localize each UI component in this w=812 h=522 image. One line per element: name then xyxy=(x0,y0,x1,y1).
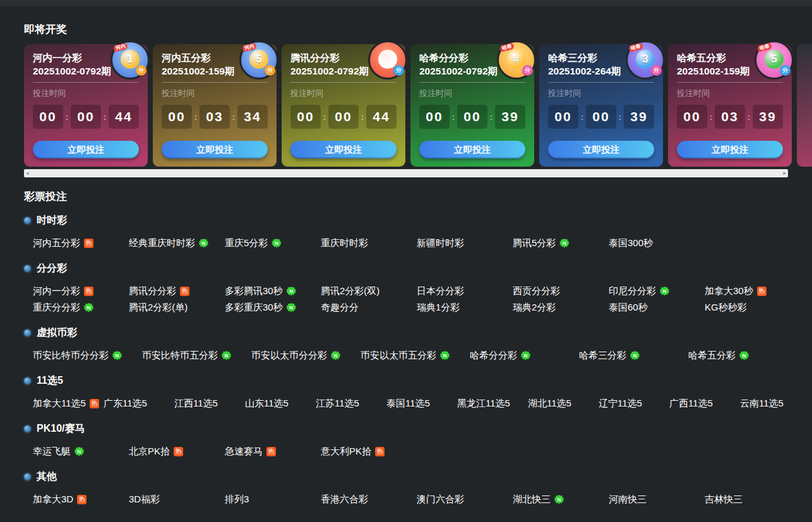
new-badge-icon: N xyxy=(222,351,231,360)
icon-ball: # xyxy=(507,50,526,69)
countdown-seconds: 39 xyxy=(753,105,783,129)
page-content: 即将开奖 河内一分彩20251002-0792期河内1分投注时间00:00:44… xyxy=(0,23,812,507)
game-link[interactable]: 币安比特币分分彩N xyxy=(33,350,142,362)
countdown-minutes: 00 xyxy=(328,105,359,129)
countdown-separator: : xyxy=(578,112,586,122)
game-link[interactable]: 黑龙江11选5 xyxy=(457,398,528,410)
scroll-right-icon[interactable]: ▸ xyxy=(783,169,786,177)
countdown-seconds: 44 xyxy=(366,105,397,129)
game-link[interactable]: 加拿大3D热 xyxy=(33,494,129,506)
bet-now-button[interactable]: 立即投注 xyxy=(162,141,268,158)
game-link[interactable]: 重庆5分彩N xyxy=(225,237,321,249)
game-link[interactable]: 腾讯2分彩(双) xyxy=(321,285,417,297)
game-link[interactable]: 瑞典1分彩 xyxy=(417,302,513,314)
scroll-left-icon[interactable]: ◂ xyxy=(26,169,29,177)
game-link[interactable]: 哈希三分彩N xyxy=(579,350,688,362)
lottery-card[interactable]: 哈希三分彩20251002-264期哈希3分投注时间00:00:39立即投注 xyxy=(539,44,663,167)
category-bullet-icon xyxy=(24,217,31,224)
game-link[interactable]: 广东11选5 xyxy=(104,398,174,410)
game-link[interactable]: 重庆时时彩 xyxy=(321,237,417,249)
hot-badge-icon: 热 xyxy=(84,287,93,296)
game-link[interactable]: 腾讯2分彩(单) xyxy=(129,302,225,314)
lottery-card-partial[interactable] xyxy=(797,44,812,167)
new-badge-icon: N xyxy=(287,287,296,296)
category-bullet-icon xyxy=(24,377,31,384)
game-link[interactable]: 辽宁11选5 xyxy=(599,398,669,410)
lottery-card[interactable]: 河内一分彩20251002-0792期河内1分投注时间00:00:44立即投注 xyxy=(24,44,148,167)
lottery-card[interactable]: 哈希分分彩20251002-0792期哈希#分投注时间00:00:39立即投注 xyxy=(410,44,534,167)
game-link[interactable]: 加拿大11选5热 xyxy=(33,398,104,410)
game-link[interactable]: 西贡分分彩 xyxy=(513,285,609,297)
game-link[interactable]: 奇趣分分 xyxy=(321,302,417,314)
game-link[interactable]: 吉林快三 xyxy=(705,494,801,506)
bet-now-button[interactable]: 立即投注 xyxy=(290,141,397,158)
game-link[interactable]: 幸运飞艇N xyxy=(33,446,129,458)
icon-ball xyxy=(378,50,397,69)
game-link[interactable]: 北京PK拾热 xyxy=(129,446,225,458)
game-link[interactable]: 新疆时时彩 xyxy=(417,237,513,249)
category-11x5: 11选5加拿大11选5热广东11选5江西11选5山东11选5江苏11选5泰国11… xyxy=(24,375,788,412)
game-link[interactable]: 泰国60秒 xyxy=(609,302,705,314)
countdown-separator: : xyxy=(230,112,237,122)
new-badge-icon: N xyxy=(739,351,749,360)
countdown-separator: : xyxy=(101,112,109,122)
game-link[interactable]: 泰国300秒 xyxy=(609,237,705,249)
game-link[interactable]: KG秒秒彩 xyxy=(705,302,801,314)
game-link[interactable]: 山东11选5 xyxy=(245,398,316,410)
bet-now-button[interactable]: 立即投注 xyxy=(677,141,783,158)
upcoming-section-title: 即将开奖 xyxy=(24,23,788,36)
game-link[interactable]: 湖北11选5 xyxy=(528,398,599,410)
icon-sub-ball: 分 xyxy=(522,65,533,76)
game-link[interactable]: 重庆分分彩N xyxy=(33,302,129,314)
countdown-minutes: 03 xyxy=(200,105,230,129)
game-link[interactable]: 澳门六合彩 xyxy=(417,494,513,506)
bet-now-button[interactable]: 立即投注 xyxy=(33,141,139,158)
game-link[interactable]: 币安比特币五分彩N xyxy=(142,350,251,362)
countdown-minutes: 00 xyxy=(457,105,487,129)
game-link[interactable]: 日本分分彩 xyxy=(417,285,513,297)
bet-now-button[interactable]: 立即投注 xyxy=(548,141,654,158)
game-link[interactable]: 腾讯5分彩N xyxy=(513,237,609,249)
game-link[interactable]: 哈希分分彩N xyxy=(470,350,579,362)
game-link[interactable]: 币安以太币分分彩N xyxy=(251,350,361,362)
game-link[interactable]: 哈希五分彩N xyxy=(688,350,797,362)
icon-ball: 5 xyxy=(765,50,784,69)
game-link[interactable]: 加拿大30秒热 xyxy=(705,285,801,297)
game-link[interactable]: 江苏11选5 xyxy=(316,398,386,410)
game-link[interactable]: 多彩重庆30秒N xyxy=(225,302,321,314)
lottery-card[interactable]: 哈希五分彩20251002-159期哈希5分投注时间00:03:39立即投注 xyxy=(668,44,792,167)
game-link[interactable]: 排列3 xyxy=(225,494,321,506)
game-link[interactable]: 瑞典2分彩 xyxy=(513,302,609,314)
new-badge-icon: N xyxy=(199,239,208,248)
game-link[interactable]: 3D福彩 xyxy=(129,494,225,506)
new-badge-icon: N xyxy=(559,239,569,248)
game-link[interactable]: 多彩腾讯30秒N xyxy=(225,285,321,297)
game-link[interactable]: 湖北快三N xyxy=(513,494,609,506)
game-link[interactable]: 河内一分彩热 xyxy=(33,285,129,297)
carousel-scrollbar[interactable]: ◂ ▸ xyxy=(24,169,788,177)
game-link[interactable]: 河内五分彩热 xyxy=(33,237,129,249)
game-link[interactable]: 泰国11选5 xyxy=(386,398,457,410)
hot-badge-icon: 热 xyxy=(90,399,99,408)
game-link[interactable]: 云南11选5 xyxy=(740,398,811,410)
countdown-timer: 00:03:34 xyxy=(162,105,268,129)
game-link[interactable]: 意大利PK拾热 xyxy=(321,446,417,458)
game-link[interactable]: 币安以太币五分彩N xyxy=(361,350,470,362)
game-link[interactable]: 印尼分分彩N xyxy=(609,285,705,297)
upcoming-cards-carousel: 河内一分彩20251002-0792期河内1分投注时间00:00:44立即投注河… xyxy=(24,39,812,167)
game-link[interactable]: 河南快三 xyxy=(609,494,705,506)
hot-badge-icon: 热 xyxy=(180,287,189,296)
game-link[interactable]: 江西11选5 xyxy=(174,398,245,410)
game-link[interactable]: 广西11选5 xyxy=(669,398,740,410)
game-row: 河内一分彩热腾讯分分彩热多彩腾讯30秒N腾讯2分彩(双)日本分分彩西贡分分彩印尼… xyxy=(24,283,788,299)
lottery-card[interactable]: 河内五分彩20251002-159期河内5分投注时间00:03:34立即投注 xyxy=(153,44,277,167)
game-link[interactable]: 腾讯分分彩热 xyxy=(129,285,225,297)
bet-now-button[interactable]: 立即投注 xyxy=(419,141,525,158)
countdown-seconds: 34 xyxy=(237,105,268,129)
hot-badge-icon: 热 xyxy=(757,287,767,296)
game-link[interactable]: 香港六合彩 xyxy=(321,494,417,506)
lottery-card[interactable]: 腾讯分分彩20251002-0792期分投注时间00:00:44立即投注 xyxy=(282,44,405,167)
hanoi-5min-ball-icon: 河内5分 xyxy=(239,40,278,80)
game-link[interactable]: 急速赛马热 xyxy=(225,446,321,458)
game-link[interactable]: 经典重庆时时彩N xyxy=(129,237,225,249)
